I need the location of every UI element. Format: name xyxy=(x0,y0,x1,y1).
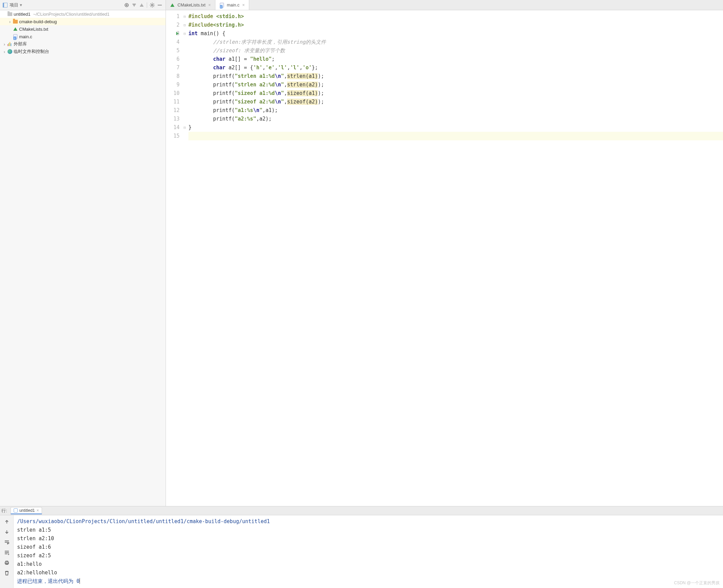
hide-icon[interactable] xyxy=(156,1,164,9)
sidebar-title[interactable]: 项目 xyxy=(10,2,18,8)
c-file-icon xyxy=(12,34,18,39)
scroll-up-icon[interactable] xyxy=(2,517,11,526)
svg-rect-3 xyxy=(6,561,8,562)
sidebar-header: 项目 ▾ xyxy=(0,0,166,10)
run-panel-tabs: 行: untitled1 × xyxy=(0,506,723,515)
run-panel: 行: untitled1 × /Users/wuxiaobo/CLionProj… xyxy=(0,506,723,588)
editor-area: CMakeLists.txt × main.c × 12345678910111… xyxy=(166,0,723,506)
tree-item-cmakelists[interactable]: CMakeLists.txt xyxy=(0,25,166,33)
separator xyxy=(147,2,147,8)
tree-item-label: 外部库 xyxy=(14,41,27,47)
code-editor[interactable]: 123456789101112131415 ⊟⊟⊟⊟ #include <std… xyxy=(166,10,723,506)
chevron-right-icon[interactable]: › xyxy=(2,42,7,47)
scroll-down-icon[interactable] xyxy=(2,528,11,536)
svg-point-1 xyxy=(152,4,153,6)
tree-root[interactable]: untitled1 ~/CLionProjects/Clion/untitled… xyxy=(0,10,166,18)
folder-icon xyxy=(7,12,13,16)
chevron-right-icon[interactable]: › xyxy=(8,19,12,24)
tree-root-path: ~/CLionProjects/Clion/untitled/untitled1 xyxy=(33,12,110,17)
run-toolbar xyxy=(0,515,14,588)
tab-cmakelists[interactable]: CMakeLists.txt × xyxy=(166,0,215,10)
tree-item-main-c[interactable]: main.c xyxy=(0,33,166,40)
project-sidebar: 项目 ▾ untitled1 ~/CLionProjects/Clion/unt… xyxy=(0,0,166,506)
scratch-icon xyxy=(7,49,13,54)
line-numbers: 123456789101112131415 xyxy=(166,10,182,506)
project-tree[interactable]: untitled1 ~/CLionProjects/Clion/untitled… xyxy=(0,10,166,506)
select-opened-file-icon[interactable] xyxy=(123,1,130,9)
folder-icon xyxy=(12,20,18,24)
trash-icon[interactable] xyxy=(2,569,11,577)
code-content[interactable]: #include <stdio.h>#include<string.h>int … xyxy=(187,10,723,506)
tree-item-label: 临时文件和控制台 xyxy=(14,48,49,55)
tree-item-cmake-build-debug[interactable]: › cmake-build-debug xyxy=(0,18,166,25)
cmake-file-icon xyxy=(169,3,175,7)
tree-item-label: CMakeLists.txt xyxy=(19,27,48,32)
run-tab[interactable]: untitled1 × xyxy=(11,507,42,514)
close-icon[interactable]: × xyxy=(208,2,212,8)
collapse-all-icon[interactable] xyxy=(138,1,145,9)
close-icon[interactable]: × xyxy=(37,508,39,513)
cmake-file-icon xyxy=(12,27,18,31)
run-tab-label: untitled1 xyxy=(19,508,35,513)
project-pane-icon xyxy=(3,3,8,8)
expand-all-icon[interactable] xyxy=(130,1,138,9)
console-output[interactable]: /Users/wuxiaobo/CLionProjects/Clion/unti… xyxy=(14,515,723,588)
run-config-icon xyxy=(14,508,18,513)
close-icon[interactable]: × xyxy=(241,2,245,8)
tree-item-label: cmake-build-debug xyxy=(19,19,57,24)
print-icon[interactable] xyxy=(2,558,11,567)
c-file-icon xyxy=(219,3,225,8)
tab-label: main.c xyxy=(227,3,240,8)
scroll-to-end-icon[interactable] xyxy=(2,548,11,557)
tab-label: CMakeLists.txt xyxy=(178,3,205,8)
tree-item-label: main.c xyxy=(19,34,32,39)
settings-icon[interactable] xyxy=(148,1,156,9)
sidebar-dropdown-icon[interactable]: ▾ xyxy=(20,2,22,8)
library-icon xyxy=(7,42,13,46)
chevron-right-icon[interactable]: › xyxy=(2,49,7,54)
soft-wrap-icon[interactable] xyxy=(2,538,11,547)
editor-tabs: CMakeLists.txt × main.c × xyxy=(166,0,723,10)
fold-column[interactable]: ⊟⊟⊟⊟ xyxy=(182,10,187,506)
tree-scratches[interactable]: › 临时文件和控制台 xyxy=(0,48,166,55)
run-label: 行: xyxy=(1,508,7,514)
tree-root-label: untitled1 xyxy=(14,12,30,17)
watermark: CSDN @一个正直的男孩 xyxy=(674,580,720,586)
tab-main-c[interactable]: main.c × xyxy=(215,0,249,10)
tree-external-libs[interactable]: › 外部库 xyxy=(0,40,166,48)
